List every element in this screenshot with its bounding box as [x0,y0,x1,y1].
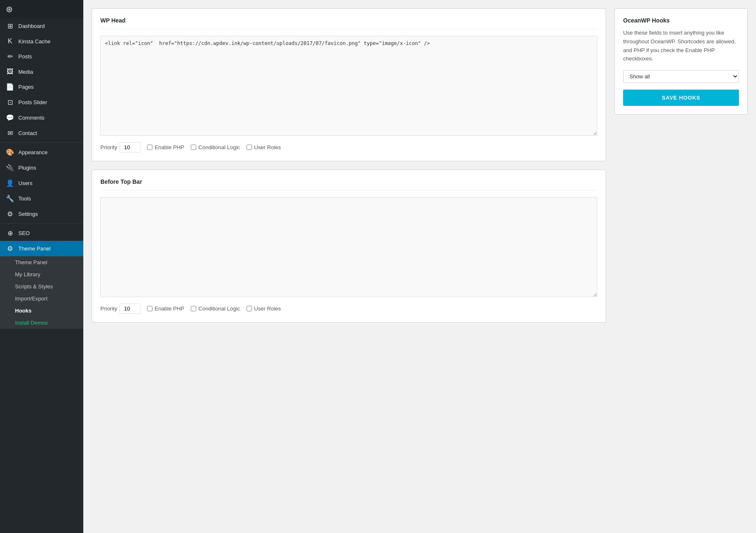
kinsta-icon: K [6,38,14,45]
show-all-select[interactable]: Show all [623,70,739,83]
sidebar-item-label: Plugins [18,165,36,171]
theme-panel-icon: ⚙ [6,245,14,253]
oceanwp-hooks-description: Use these fields to insert anything you … [623,29,739,63]
sidebar-item-label: Tools [18,195,31,202]
dashboard-icon: ⊞ [6,22,14,30]
wp-head-conditional-logic-checkbox[interactable] [191,145,196,150]
sidebar-item-posts[interactable]: ✏ Posts [0,49,83,64]
wp-head-enable-php-group[interactable]: Enable PHP [147,144,184,150]
wp-head-user-roles-checkbox[interactable] [247,145,252,150]
conditional-logic-label: Conditional Logic [198,144,240,150]
wp-head-title: WP Head [100,17,597,29]
oceanwp-hooks-title: OceanWP Hooks [623,17,739,24]
before-top-bar-title: Before Top Bar [100,178,597,190]
center-column: WP Head Priority Enable PHP Conditional … [92,8,606,525]
sidebar-item-media[interactable]: 🖼 Media [0,64,83,79]
priority-label: Priority [100,144,117,150]
sidebar-item-label: Kinsta Cache [18,38,50,45]
sidebar-item-kinsta-cache[interactable]: K Kinsta Cache [0,34,83,49]
posts-slider-icon: ⊡ [6,98,14,106]
sidebar-item-plugins[interactable]: 🔌 Plugins [0,160,83,175]
sidebar-item-contact[interactable]: ✉ Contact [0,125,83,141]
submenu-item-scripts-styles[interactable]: Scripts & Styles [0,280,83,293]
wp-head-user-roles-group[interactable]: User Roles [247,144,281,150]
wp-head-panel: WP Head Priority Enable PHP Conditional … [92,8,606,161]
sidebar-item-label: Dashboard [18,23,45,29]
sidebar-item-seo[interactable]: ⊕ SEO [0,225,83,241]
posts-icon: ✏ [6,53,14,60]
before-top-bar-textarea[interactable] [100,197,597,297]
before-top-bar-enable-php-checkbox[interactable] [147,306,152,311]
before-top-bar-options: Priority Enable PHP Conditional Logic Us… [100,303,597,314]
sidebar-item-users[interactable]: 👤 Users [0,175,83,191]
before-top-bar-enable-php-group[interactable]: Enable PHP [147,305,184,312]
sidebar-item-label: Settings [18,211,38,217]
submenu: Theme Panel My Library Scripts & Styles … [0,256,83,329]
oceanwp-hooks-panel: OceanWP Hooks Use these fields to insert… [614,8,748,115]
submenu-item-import-export[interactable]: Import/Export [0,293,83,305]
sidebar-item-settings[interactable]: ⚙ Settings [0,206,83,222]
priority-label-2: Priority [100,305,117,312]
wp-head-priority-input[interactable] [120,142,140,153]
wp-logo-icon: ⊛ [6,4,13,14]
main-content: WP Head Priority Enable PHP Conditional … [83,0,756,533]
before-top-bar-conditional-logic-group[interactable]: Conditional Logic [191,305,240,312]
sidebar-item-label: SEO [18,230,30,236]
wp-head-conditional-logic-group[interactable]: Conditional Logic [191,144,240,150]
user-roles-label: User Roles [254,144,281,150]
tools-icon: 🔧 [6,195,14,203]
sidebar-divider-2 [0,223,83,224]
sidebar-item-appearance[interactable]: 🎨 Appearance [0,145,83,160]
contact-icon: ✉ [6,129,14,137]
appearance-icon: 🎨 [6,148,14,156]
sidebar-item-dashboard[interactable]: ⊞ Dashboard [0,18,83,34]
sidebar-item-label: Pages [18,84,34,90]
submenu-item-theme-panel[interactable]: Theme Panel [0,256,83,268]
wp-head-options: Priority Enable PHP Conditional Logic Us… [100,142,597,153]
comments-icon: 💬 [6,114,14,122]
settings-icon: ⚙ [6,210,14,218]
sidebar-logo: ⊛ [0,0,83,18]
sidebar-item-label: Contact [18,130,37,136]
submenu-item-hooks[interactable]: Hooks [0,305,83,317]
plugins-icon: 🔌 [6,164,14,172]
sidebar-item-posts-slider[interactable]: ⊡ Posts Slider [0,95,83,110]
before-top-bar-panel: Before Top Bar Priority Enable PHP Condi… [92,170,606,323]
wp-head-priority-group: Priority [100,142,140,153]
sidebar-item-label: Posts Slider [18,99,47,105]
before-top-bar-user-roles-checkbox[interactable] [247,306,252,311]
sidebar-item-pages[interactable]: 📄 Pages [0,79,83,95]
conditional-logic-label-2: Conditional Logic [198,305,240,312]
media-icon: 🖼 [6,68,14,75]
content-area: WP Head Priority Enable PHP Conditional … [83,0,756,533]
user-roles-label-2: User Roles [254,305,281,312]
enable-php-label-2: Enable PHP [155,305,184,312]
submenu-item-my-library[interactable]: My Library [0,268,83,280]
users-icon: 👤 [6,179,14,187]
before-top-bar-conditional-logic-checkbox[interactable] [191,306,196,311]
seo-icon: ⊕ [6,229,14,237]
right-sidebar: OceanWP Hooks Use these fields to insert… [614,8,748,525]
sidebar-item-comments[interactable]: 💬 Comments [0,110,83,125]
enable-php-label: Enable PHP [155,144,184,150]
sidebar-item-label: Appearance [18,149,47,155]
sidebar: ⊛ ⊞ Dashboard K Kinsta Cache ✏ Posts 🖼 M… [0,0,83,533]
before-top-bar-priority-input[interactable] [120,303,140,314]
wp-head-enable-php-checkbox[interactable] [147,145,152,150]
sidebar-item-tools[interactable]: 🔧 Tools [0,191,83,206]
pages-icon: 📄 [6,83,14,91]
before-top-bar-user-roles-group[interactable]: User Roles [247,305,281,312]
sidebar-divider [0,143,83,143]
save-hooks-button[interactable]: SAVE HOOKS [623,90,739,106]
before-top-bar-priority-group: Priority [100,303,140,314]
sidebar-item-label: Posts [18,53,32,60]
sidebar-item-label: Media [18,69,33,75]
sidebar-item-label: Comments [18,115,45,121]
wp-head-textarea[interactable] [100,36,597,136]
sidebar-item-theme-panel[interactable]: ⚙ Theme Panel [0,241,83,256]
sidebar-item-label: Users [18,180,32,186]
sidebar-item-label: Theme Panel [18,245,50,252]
submenu-item-install-demos[interactable]: Install Demos [0,317,83,329]
